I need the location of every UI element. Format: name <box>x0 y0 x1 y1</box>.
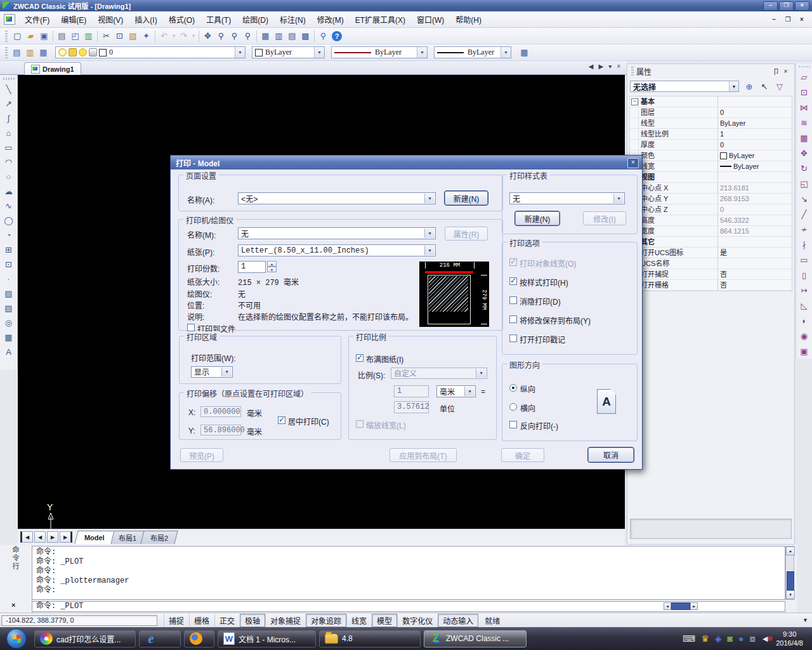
property-value[interactable]: 是 <box>718 248 792 258</box>
erase-icon[interactable]: ▱ <box>797 69 811 84</box>
menu-item-10[interactable]: ET扩展工具(X) <box>350 12 411 27</box>
designcenter-icon[interactable]: ▦ <box>259 29 272 43</box>
pin-icon[interactable]: 卩 <box>771 66 781 76</box>
chevron-down-icon[interactable]: ▼ <box>424 246 435 255</box>
copy-object-icon[interactable]: ⊡ <box>797 84 811 100</box>
circle-icon[interactable]: ○ <box>2 169 15 184</box>
property-value[interactable]: 1 <box>718 129 792 139</box>
explode-icon[interactable]: ◉ <box>797 328 811 343</box>
select-objects-icon[interactable]: ↖ <box>758 81 771 92</box>
status-toggle-动态输入[interactable]: 动态输入 <box>438 614 478 627</box>
property-value[interactable]: ByLayer <box>718 161 792 171</box>
rectangle-icon[interactable]: ▭ <box>2 140 15 155</box>
property-value[interactable]: 0 <box>718 140 792 150</box>
property-value[interactable]: 0 <box>718 107 792 117</box>
property-row[interactable]: 图层0 <box>630 107 792 118</box>
layout-tab-Model[interactable]: Model <box>74 531 114 544</box>
scrollbar-thumb[interactable] <box>671 602 690 610</box>
browser-orb-icon[interactable]: ● <box>738 634 743 643</box>
close-icon[interactable]: × <box>11 601 15 609</box>
property-value[interactable] <box>718 96 792 107</box>
property-row[interactable]: 线型ByLayer <box>630 118 792 129</box>
new-file-icon[interactable]: ▢ <box>11 29 24 43</box>
plot-option-checkbox[interactable] <box>509 296 517 304</box>
scale-unit-dropdown[interactable]: 毫米 ▼ <box>436 385 476 397</box>
ime-keyboard-icon[interactable]: ⌨ <box>683 634 695 643</box>
property-value[interactable] <box>718 237 792 247</box>
chevron-down-icon[interactable]: ▼ <box>464 387 475 396</box>
revcloud-icon[interactable]: ☁ <box>2 184 15 199</box>
plot-option-checkbox[interactable] <box>509 335 517 342</box>
tab-close-icon[interactable]: × <box>617 63 620 70</box>
reverse-plot-checkbox[interactable] <box>509 421 517 428</box>
layer-combo[interactable]: 0 ▼ <box>55 46 246 58</box>
property-value[interactable]: 0 <box>718 204 792 215</box>
linetype-combo[interactable]: ByLayer ▼ <box>331 46 428 58</box>
toolbar-grip[interactable] <box>5 30 8 42</box>
mdi-minimize-button[interactable]: – <box>769 15 779 24</box>
menu-item-4[interactable]: 插入(I) <box>129 12 162 27</box>
property-group-header[interactable]: 视图 <box>630 172 792 183</box>
scroll-right-icon[interactable]: ▶ <box>690 602 698 610</box>
layout-last-tab-icon[interactable]: ▶ <box>60 531 72 543</box>
menu-item-2[interactable]: 编辑(E) <box>55 12 92 27</box>
trim-icon[interactable]: ≁ <box>797 222 811 237</box>
command-input[interactable]: 命令: _PLOT ◀ ▶ <box>32 601 785 612</box>
scale-icon[interactable]: ◱ <box>797 176 811 191</box>
property-row[interactable]: 线型比例1 <box>630 129 792 140</box>
scroll-left-icon[interactable]: ◀ <box>664 602 671 610</box>
quickcalc-icon[interactable]: ▩ <box>299 29 312 43</box>
volume-muted-icon[interactable]: ◄⊘ <box>761 634 769 643</box>
zoom-previous-icon[interactable]: ⚲ <box>241 29 254 43</box>
property-value[interactable]: 268.9153 <box>718 194 792 204</box>
tab-scroll-right-icon[interactable]: ▶ <box>598 63 603 70</box>
chevron-down-icon[interactable]: ▼ <box>501 47 511 58</box>
zoom-realtime-icon[interactable]: ⚲ <box>214 29 228 43</box>
menu-item-7[interactable]: 绘图(D) <box>237 12 274 27</box>
quick-select-icon[interactable]: ⊕ <box>743 81 756 92</box>
move-icon[interactable]: ✥ <box>797 145 811 161</box>
menu-item-6[interactable]: 工具(T) <box>200 12 237 27</box>
property-value[interactable]: ByLayer <box>718 118 792 128</box>
task-folder[interactable]: 4.8 <box>319 630 421 647</box>
printer-name-dropdown[interactable]: 无 ▼ <box>238 227 436 239</box>
chevron-down-icon[interactable]: ▼ <box>424 229 435 238</box>
zoom-window-icon[interactable]: ⚲ <box>228 29 241 43</box>
property-row[interactable]: 打开UCS图标是 <box>630 248 792 258</box>
join-icon[interactable]: ↣ <box>797 282 811 298</box>
task-internet-explorer[interactable]: e <box>139 630 181 647</box>
status-toggle-捕捉[interactable]: 捕捉 <box>164 614 189 627</box>
scroll-up-icon[interactable]: ▲ <box>786 547 795 555</box>
status-toggle-对象追踪[interactable]: 对象追踪 <box>306 614 346 627</box>
property-value[interactable]: 否 <box>718 280 792 290</box>
command-scrollbar[interactable]: ▲ ▼ <box>785 546 794 600</box>
nvidia-icon[interactable]: ◙ <box>727 634 732 643</box>
status-toggle-模型[interactable]: 模型 <box>372 614 397 627</box>
wireless-icon[interactable]: ◈ <box>715 634 722 643</box>
close-icon[interactable]: × <box>781 67 790 75</box>
polygon-icon[interactable]: ⌂ <box>2 126 15 140</box>
chamfer-icon[interactable]: ◺ <box>797 298 811 313</box>
paste-icon[interactable]: ▧ <box>126 29 140 43</box>
plot-option-checkbox[interactable] <box>509 277 517 285</box>
mtext-icon[interactable]: A <box>2 345 15 359</box>
plot-style-new-button[interactable]: 新建(N) <box>515 211 560 225</box>
close-button[interactable]: × <box>795 1 809 11</box>
document-tab[interactable]: Drawing1 <box>24 62 81 75</box>
property-value[interactable]: ByLayer <box>718 150 792 161</box>
status-toggle-正交[interactable]: 正交 <box>214 614 240 627</box>
layer-previous-icon[interactable]: ▦ <box>37 46 50 59</box>
layout-first-tab-icon[interactable]: ◀ <box>20 531 33 543</box>
menu-item-8[interactable]: 标注(N) <box>274 12 311 27</box>
status-menu-icon[interactable]: ▼ <box>802 617 808 623</box>
dialog-titlebar[interactable]: 打印 - Model <box>171 156 642 169</box>
toolbar-grip[interactable] <box>799 66 810 67</box>
menu-item-11[interactable]: 窗口(W) <box>411 12 450 27</box>
toolbar-grip[interactable] <box>5 47 8 58</box>
find-icon[interactable]: ⚲ <box>317 29 330 43</box>
print-icon[interactable]: ▤ <box>55 29 69 43</box>
stretch-icon[interactable]: ↘ <box>797 191 811 206</box>
break-at-point-icon[interactable]: ▯ <box>797 267 811 282</box>
cancel-button[interactable]: 取消 <box>588 448 634 462</box>
mdi-restore-button[interactable]: ❐ <box>783 15 793 24</box>
